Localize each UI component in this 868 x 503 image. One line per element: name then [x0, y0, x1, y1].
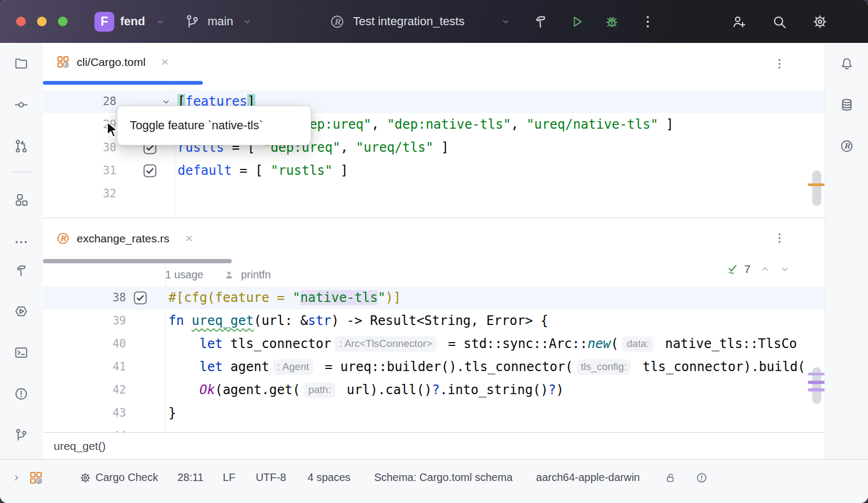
tab-close-icon[interactable]	[184, 233, 194, 243]
search-everywhere-icon[interactable]	[771, 14, 787, 29]
code-token: = ureq::builder().tls_connector(	[317, 359, 573, 374]
inlay-hint-chip: tls_config:	[577, 359, 631, 375]
tab-title: cli/Cargo.toml	[77, 56, 145, 69]
commit-icon[interactable]	[14, 98, 28, 112]
line-separator[interactable]: LF	[223, 471, 235, 484]
project-chevron-down-icon[interactable]	[156, 17, 165, 26]
project-badge-icon[interactable]: F	[94, 12, 114, 32]
cargo-tool-icon[interactable]: R	[840, 139, 854, 153]
run-configuration[interactable]: Test integration_tests	[353, 0, 465, 43]
code-text: Ok(agent.get(path: url).call()?.into_str…	[168, 379, 564, 402]
project-name[interactable]: fend	[120, 0, 145, 43]
scrollbar-thumb[interactable]	[812, 171, 821, 206]
code-token: native-tls	[300, 290, 378, 305]
code-token: = [	[232, 163, 270, 178]
code-line: 44	[43, 425, 825, 432]
code-token: ,	[511, 117, 526, 132]
code-with-me-add-user-icon[interactable]	[731, 14, 747, 29]
more-actions-kebab-icon[interactable]	[640, 14, 656, 29]
run-play-icon[interactable]	[569, 14, 585, 29]
code-line: 38#[cfg(feature = "native-tls")]	[43, 286, 825, 309]
status-bar: R Cargo Check 28:11 LF UTF-8 4 spaces Sc…	[0, 459, 868, 503]
status-module-label: Cargo Check	[95, 471, 158, 484]
breadcrumb[interactable]: ureq_get()	[54, 440, 106, 453]
tab-close-icon[interactable]	[160, 57, 170, 67]
ide-window: F fend main R Test integration_tests	[0, 0, 868, 503]
code-token: ?	[432, 382, 439, 397]
svg-text:R: R	[334, 17, 341, 26]
services-icon[interactable]	[14, 304, 28, 319]
code-text: #[cfg(feature = "native-tls")]	[168, 286, 401, 309]
caret-position[interactable]: 28:11	[178, 471, 204, 484]
traffic-light-close[interactable]	[16, 17, 26, 26]
unlocked-padlock-icon[interactable]	[665, 472, 676, 484]
notifications-bell-icon[interactable]	[840, 56, 854, 71]
active-tab-indicator	[43, 81, 203, 85]
code-token: "ureq/native-tls"	[526, 117, 658, 132]
breadcrumbs-bar: ureq_get()	[43, 432, 825, 459]
debug-bug-icon[interactable]	[604, 14, 620, 29]
scrollbar-usage-mark[interactable]	[808, 373, 825, 375]
code-text: fn ureq_get(url: &str) -> Result<String,…	[168, 309, 548, 332]
cargo-feature-checkbox[interactable]	[143, 164, 157, 177]
run-config-chevron-down-icon[interactable]	[501, 17, 510, 26]
tab-bar-bottom: R exchange_rates.rs	[43, 218, 825, 259]
usages-hint[interactable]: 1 usage	[165, 269, 203, 281]
traffic-light-zoom[interactable]	[58, 17, 68, 26]
code-token: (	[611, 336, 619, 351]
code-token: "dep:native-tls"	[387, 117, 511, 132]
editor-options-kebab-icon[interactable]	[773, 232, 786, 245]
more-tools-icon[interactable]	[14, 235, 28, 249]
code-line: 40 let tls_connector: Arc<TlsConnector> …	[43, 332, 825, 356]
code-token: fn	[168, 313, 192, 328]
line-number: 44	[43, 425, 126, 432]
code-text: default = [ "rustls" ]	[178, 159, 348, 182]
code-line: 39fn ureq_get(url: &str) -> Result<Strin…	[43, 309, 825, 332]
expand-status-chevron-icon[interactable]	[12, 473, 21, 483]
schema-setting[interactable]: Schema: Cargo.toml schema	[374, 471, 512, 484]
code-line: 43}	[43, 402, 825, 425]
editor-options-kebab-icon[interactable]	[773, 57, 786, 70]
status-module[interactable]: Cargo Check	[79, 471, 158, 484]
cargo-status-icon[interactable]: R	[29, 471, 43, 485]
scrollbar-usage-mark[interactable]	[808, 388, 825, 391]
database-icon[interactable]	[840, 98, 854, 112]
scrollbar-usage-mark[interactable]	[808, 381, 825, 384]
tab-cargo-toml[interactable]: R cli/Cargo.toml	[56, 55, 170, 69]
terminal-icon[interactable]	[14, 345, 28, 360]
cargo-feature-checkbox[interactable]	[134, 291, 147, 305]
project-folder-icon[interactable]	[14, 56, 28, 71]
code-vision-hint[interactable]: 1 usage printfn	[43, 263, 825, 286]
vcs-branch-icon[interactable]	[185, 14, 200, 29]
scrollbar-warning-mark[interactable]	[808, 183, 825, 186]
code-token: tls_connector).build(	[635, 359, 805, 374]
tooltip-text: Toggle feature `native-tls`	[130, 119, 263, 132]
rust-file-icon: R	[56, 232, 70, 245]
error-indicator-icon[interactable]	[696, 472, 708, 484]
code-token	[168, 382, 200, 397]
traffic-light-minimize[interactable]	[37, 17, 47, 26]
code-token	[168, 336, 200, 351]
inlay-hint-chip: : Agent	[273, 359, 313, 375]
pull-requests-icon[interactable]	[14, 139, 28, 153]
git-tool-icon[interactable]	[14, 428, 28, 442]
branch-chevron-down-icon[interactable]	[242, 17, 252, 26]
code-token: = std::sync::Arc::	[440, 336, 588, 351]
target-platform[interactable]: aarch64-apple-darwin	[536, 471, 639, 484]
cargo-toml-file-icon: R	[56, 55, 70, 69]
indent-setting[interactable]: 4 spaces	[307, 471, 350, 484]
code-token: ]	[433, 140, 449, 155]
problems-icon[interactable]	[14, 387, 28, 401]
build-tool-icon[interactable]	[14, 263, 28, 278]
file-encoding[interactable]: UTF-8	[256, 471, 286, 484]
code-token: agent	[231, 359, 269, 374]
structure-icon[interactable]	[14, 193, 28, 207]
tab-exchange-rates[interactable]: R exchange_rates.rs	[56, 232, 194, 245]
code-line: 32	[43, 182, 825, 205]
author-hint[interactable]: printfn	[241, 269, 271, 281]
svg-text:R: R	[64, 63, 68, 68]
branch-name[interactable]: main	[208, 0, 233, 43]
build-hammer-icon[interactable]	[533, 14, 548, 29]
code-token: "	[292, 290, 300, 305]
settings-gear-icon[interactable]	[812, 14, 828, 29]
